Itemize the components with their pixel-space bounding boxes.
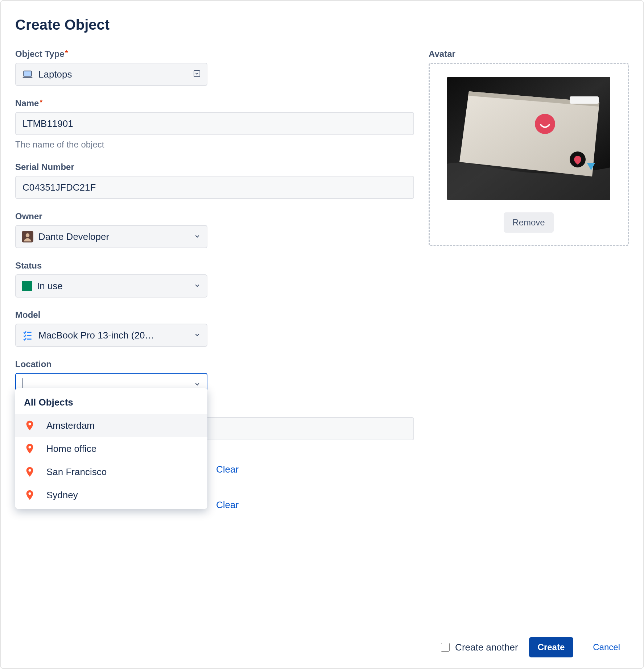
dropdown-header: All Objects [15,395,207,414]
map-pin-icon [24,420,36,431]
map-pin-icon [24,489,36,501]
create-another-input[interactable] [441,643,450,652]
field-location: Location All Objects Amsterdam [15,359,414,396]
svg-rect-1 [23,77,33,78]
svg-point-10 [29,469,31,472]
owner-select[interactable]: Dante Developer [15,225,207,248]
field-model: Model MacBook Pro 13-inch (20… [15,310,414,347]
name-input[interactable] [15,112,414,135]
laptop-icon [22,68,33,80]
avatar-icon [22,231,33,242]
required-asterisk: * [65,49,68,57]
form-column: Object Type* Laptops Name* [15,49,414,529]
label-name: Name* [15,98,414,108]
label-model: Model [15,310,414,320]
object-type-select[interactable]: Laptops [15,63,207,86]
avatar-column: Avatar [429,49,629,529]
field-object-type: Object Type* Laptops [15,49,414,86]
model-value: MacBook Pro 13-inch (20… [38,330,154,341]
option-label: Sydney [46,490,78,501]
option-label: San Francisco [46,466,107,478]
label-serial: Serial Number [15,162,414,172]
required-asterisk: * [40,98,42,106]
svg-point-4 [26,233,30,237]
svg-point-9 [29,446,31,449]
chevron-down-icon [194,330,201,341]
avatar-image [447,77,610,200]
svg-rect-0 [24,71,31,76]
svg-point-15 [535,114,555,134]
remove-avatar-button[interactable]: Remove [504,212,553,233]
name-helper: The name of the object [15,140,414,150]
avatar-dropzone[interactable]: Remove [429,63,629,246]
status-value: In use [37,281,63,292]
option-label: Amsterdam [46,420,95,431]
clear-link[interactable]: Clear [216,499,239,511]
owner-value: Dante Developer [38,231,109,242]
label-object-type: Object Type* [15,49,414,59]
avatar-label: Avatar [429,49,629,59]
label-location: Location [15,359,414,369]
svg-point-11 [29,493,31,495]
chevron-down-icon [193,69,201,80]
clear-link[interactable]: Clear [216,464,239,475]
create-another-label: Create another [455,642,518,653]
field-status: Status In use [15,261,414,298]
dialog-footer: Create another Create Cancel [439,637,629,657]
create-another-checkbox[interactable]: Create another [439,642,518,653]
label-object-type-text: Object Type [15,49,65,59]
field-owner: Owner Dante Developer [15,211,414,248]
location-option[interactable]: Sydney [15,483,207,507]
object-type-value: Laptops [38,69,72,80]
label-name-text: Name [15,98,39,108]
label-status: Status [15,261,414,271]
location-option[interactable]: San Francisco [15,460,207,483]
map-pin-icon [24,466,36,478]
option-label: Home office [46,443,96,454]
cancel-button[interactable]: Cancel [584,637,629,657]
model-select[interactable]: MacBook Pro 13-inch (20… [15,324,207,347]
map-pin-icon [24,443,36,454]
location-option[interactable]: Amsterdam [15,414,207,437]
field-name: Name* The name of the object [15,98,414,150]
serial-input[interactable] [15,176,414,199]
svg-rect-2 [194,70,200,76]
location-option[interactable]: Home office [15,437,207,460]
location-dropdown: All Objects Amsterdam Home office San Fr… [15,388,207,509]
create-button[interactable]: Create [529,637,574,657]
chevron-down-icon [194,281,201,292]
list-icon [22,329,33,341]
svg-rect-18 [570,96,599,104]
chevron-down-icon [194,231,201,242]
status-select[interactable]: In use [15,274,207,298]
label-owner: Owner [15,211,414,221]
status-swatch [22,281,32,291]
create-object-dialog: Create Object Object Type* Laptops [0,0,644,669]
field-serial: Serial Number [15,162,414,199]
svg-point-8 [29,423,31,425]
page-title: Create Object [15,17,629,33]
